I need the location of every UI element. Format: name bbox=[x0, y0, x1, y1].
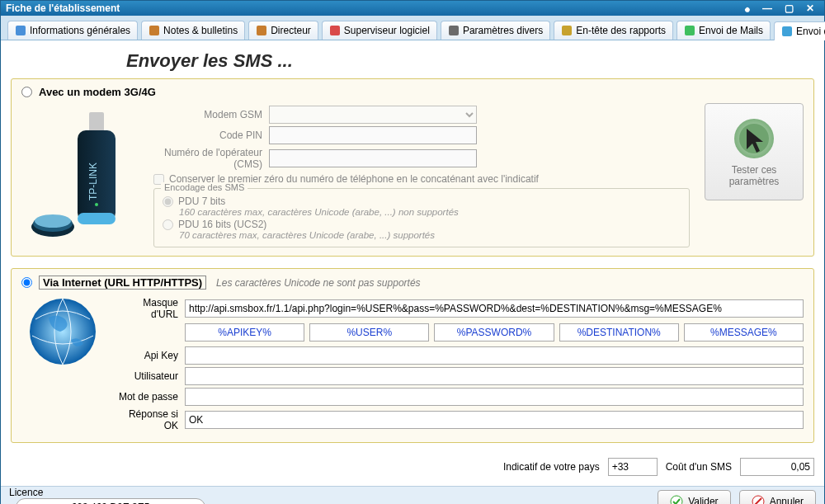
svg-rect-4 bbox=[449, 26, 459, 35]
tab-label: Notes & bulletins bbox=[163, 25, 238, 36]
tab-body: Envoyer les SMS ... Avec un modem 3G/4G … bbox=[1, 40, 824, 486]
svg-point-13 bbox=[95, 203, 98, 206]
cost-input[interactable] bbox=[740, 458, 814, 476]
bottom-bar: Licence 603 469 D0E 3E5 Valider Annuler bbox=[1, 486, 824, 504]
tab-icon bbox=[256, 25, 267, 36]
licence-box: Licence 603 469 D0E 3E5 bbox=[9, 487, 240, 504]
licence-label: Licence bbox=[9, 487, 43, 498]
internet-panel: Via Internet (URL HTTP/HTTPS) Les caract… bbox=[11, 268, 814, 443]
tab-6[interactable]: Envoi de Mails bbox=[676, 21, 771, 40]
test-parameters-button[interactable]: Tester ces paramètres bbox=[705, 103, 804, 200]
pdu7-hint: 160 caractères max, caractères Unicode (… bbox=[179, 207, 681, 217]
annuler-label: Annuler bbox=[770, 496, 804, 504]
licence-value: 603 469 D0E 3E5 bbox=[16, 498, 205, 504]
modem-image: TP-LINK bbox=[21, 103, 145, 243]
user-input[interactable] bbox=[185, 367, 804, 385]
internet-note: Les caractères Unicode ne sont pas suppo… bbox=[216, 277, 420, 289]
svg-rect-1 bbox=[149, 26, 159, 35]
page-title: Envoyer les SMS ... bbox=[126, 50, 814, 72]
minimize-button[interactable]: — bbox=[758, 1, 776, 16]
check-icon bbox=[670, 495, 683, 504]
svg-rect-2 bbox=[257, 26, 266, 35]
usb-modem-icon: TP-LINK bbox=[78, 112, 116, 224]
tab-2[interactable]: Directeur bbox=[248, 21, 318, 40]
close-button[interactable]: ✕ bbox=[801, 1, 819, 16]
mouse-icon bbox=[31, 214, 74, 237]
url-var-button-4[interactable]: %MESSAGE% bbox=[684, 323, 804, 341]
apikey-input[interactable] bbox=[185, 346, 804, 365]
pdu7-label: PDU 7 bits bbox=[178, 195, 225, 207]
variable-buttons-row: %APIKEY%%USER%%PASSWORD%%DESTINATION%%ME… bbox=[185, 323, 804, 341]
internet-title: Via Internet (URL HTTP/HTTPS) bbox=[39, 276, 206, 290]
tab-5[interactable]: En-tête des rapports bbox=[554, 21, 673, 40]
pdu16-label: PDU 16 bits (UCS2) bbox=[178, 219, 266, 230]
establishment-window: Fiche de l'établissement — ▢ ✕ Informati… bbox=[0, 0, 825, 504]
tab-label: En-tête des rapports bbox=[576, 25, 666, 36]
encodage-group: Encodage des SMS PDU 7 bits 160 caractèr… bbox=[153, 188, 690, 247]
test-label-1: Tester ces bbox=[732, 164, 777, 176]
url-mask-label: Masque d'URL bbox=[114, 297, 185, 320]
url-mask-input[interactable] bbox=[185, 299, 804, 318]
tab-icon bbox=[561, 25, 573, 36]
titlebar: Fiche de l'établissement — ▢ ✕ bbox=[1, 1, 824, 16]
globe-image bbox=[21, 294, 104, 377]
password-input[interactable] bbox=[185, 388, 804, 406]
url-var-button-3[interactable]: %DESTINATION% bbox=[559, 323, 679, 341]
cost-label: Coût d'un SMS bbox=[666, 461, 732, 473]
svg-point-19 bbox=[30, 299, 96, 365]
tab-icon bbox=[781, 26, 793, 37]
tab-1[interactable]: Notes & bulletins bbox=[141, 21, 245, 40]
response-input[interactable] bbox=[185, 411, 804, 429]
tab-label: Directeur bbox=[271, 25, 311, 36]
svg-rect-6 bbox=[685, 26, 695, 35]
modem-gsm-select[interactable] bbox=[269, 106, 477, 124]
svg-rect-7 bbox=[782, 26, 792, 36]
valider-label: Valider bbox=[688, 496, 718, 504]
maximize-button[interactable]: ▢ bbox=[780, 1, 798, 16]
test-label-2: paramètres bbox=[729, 176, 780, 187]
cursor-icon bbox=[732, 116, 776, 161]
valider-button[interactable]: Valider bbox=[658, 490, 730, 504]
url-var-button-2[interactable]: %PASSWORD% bbox=[434, 323, 554, 341]
tab-bar: Informations généralesNotes & bulletinsD… bbox=[1, 16, 824, 40]
cms-input[interactable] bbox=[269, 149, 477, 167]
password-label: Mot de passe bbox=[114, 391, 185, 403]
tab-4[interactable]: Paramètres divers bbox=[441, 21, 550, 40]
url-var-button-1[interactable]: %USER% bbox=[309, 323, 429, 341]
cms-label: Numéro de l'opérateur (CMS) bbox=[153, 147, 269, 170]
indicatif-label: Indicatif de votre pays bbox=[503, 461, 600, 473]
modem-title: Avec un modem 3G/4G bbox=[39, 86, 156, 98]
tab-label: Envoi de SMS bbox=[796, 26, 825, 37]
tab-icon bbox=[684, 25, 695, 36]
encodage-legend: Encodage des SMS bbox=[161, 182, 248, 192]
svg-point-21 bbox=[752, 496, 764, 504]
cancel-icon bbox=[752, 495, 765, 504]
indicatif-input[interactable] bbox=[608, 458, 658, 476]
pdu16-radio[interactable] bbox=[163, 219, 173, 230]
url-var-button-0[interactable]: %APIKEY% bbox=[185, 323, 304, 341]
tab-3[interactable]: Superviseur logiciel bbox=[322, 21, 437, 40]
svg-rect-0 bbox=[16, 26, 26, 35]
modem-panel-head: Avec un modem 3G/4G bbox=[21, 86, 804, 98]
pdu7-radio[interactable] bbox=[163, 196, 173, 207]
tab-icon bbox=[15, 25, 26, 36]
tab-label: Envoi de Mails bbox=[699, 25, 763, 36]
internet-panel-head: Via Internet (URL HTTP/HTTPS) Les caract… bbox=[21, 276, 804, 290]
svg-text:TP-LINK: TP-LINK bbox=[87, 163, 99, 200]
svg-point-16 bbox=[35, 214, 71, 228]
modem-mode-radio[interactable] bbox=[21, 87, 32, 97]
annuler-button[interactable]: Annuler bbox=[739, 490, 816, 504]
modem-panel: Avec un modem 3G/4G TP-LINK bbox=[11, 78, 814, 257]
code-pin-input[interactable] bbox=[269, 126, 477, 144]
globe-icon bbox=[26, 294, 100, 369]
response-label: Réponse si OK bbox=[114, 408, 185, 431]
internet-mode-radio[interactable] bbox=[21, 277, 32, 288]
tab-icon bbox=[329, 25, 341, 36]
help-icon[interactable] bbox=[737, 1, 755, 16]
tab-7[interactable]: Envoi de SMS bbox=[774, 21, 825, 40]
footer-row: Indicatif de votre pays Coût d'un SMS bbox=[11, 458, 814, 476]
svg-rect-11 bbox=[78, 213, 116, 224]
tab-0[interactable]: Informations générales bbox=[7, 21, 138, 40]
svg-rect-3 bbox=[330, 26, 340, 35]
tab-label: Paramètres divers bbox=[463, 25, 543, 36]
